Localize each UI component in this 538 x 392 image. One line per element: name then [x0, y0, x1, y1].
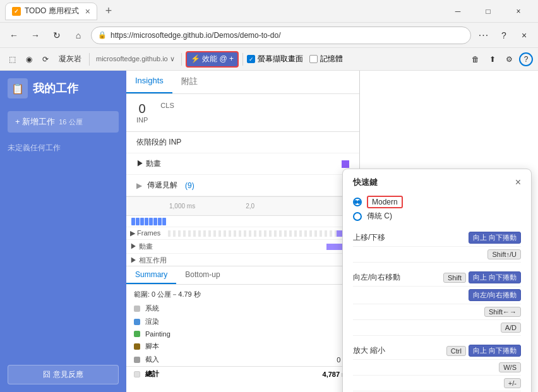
frames-label[interactable]: ▶ Frames: [130, 229, 160, 237]
screen-capture-checkbox[interactable]: ✓ 螢幕擷取畫面: [247, 54, 303, 64]
system-color: [134, 306, 140, 312]
summary-content: 範圍: 0 公厘－4.79 秒 系統 42 渲染 7 Painting: [126, 285, 359, 392]
insights-delegate-count: (9): [185, 181, 194, 190]
help-button[interactable]: ?: [519, 52, 533, 66]
summary-total: 總計 4,787 ms: [126, 366, 359, 381]
cls-label: CLS: [160, 102, 174, 109]
interactions-label[interactable]: ▶ 相互作用: [130, 256, 167, 265]
new-tab-button[interactable]: +: [100, 3, 117, 20]
shortcut-overlay: 快速鍵 × Modern 傳統 C) 上移/下移: [342, 169, 532, 392]
add-task-label: + 新增工作: [15, 116, 55, 128]
close-button[interactable]: ×: [504, 1, 533, 21]
insights-item-inp[interactable]: 依階段的 INP: [126, 132, 359, 153]
cls-metric: CLS: [160, 102, 174, 124]
kbd-ctrl: Ctrl: [446, 346, 466, 356]
kbd-scroll-updown: 向上 向下捲動: [469, 232, 521, 244]
shortcut-updown2: Shift↑/U: [353, 247, 521, 263]
home-button[interactable]: ⌂: [69, 27, 87, 44]
leftright-keys: Shift 向上 向下捲動: [443, 271, 521, 283]
toolbar-btn2[interactable]: ◉: [22, 51, 36, 68]
painting-color: [134, 331, 140, 337]
shortcut-updown: 上移/下移 向上 向下捲動: [353, 229, 521, 247]
refresh-button[interactable]: ↻: [48, 27, 66, 44]
tab-close-btn[interactable]: ×: [85, 6, 90, 16]
screen-capture-check: ✓: [247, 55, 255, 63]
kbd-ws: W/S: [499, 362, 521, 372]
toolbar-btn1[interactable]: ⬚: [5, 51, 20, 68]
maximize-button[interactable]: □: [474, 1, 503, 21]
toolbar-separator2: [181, 53, 182, 66]
add-task-button[interactable]: + 新增工作 16 公厘: [8, 111, 119, 133]
address-bar[interactable]: 🔒 https://microsoftedge.github.io/Demos/…: [91, 27, 471, 44]
memory-checkbox[interactable]: 記憶體: [309, 54, 343, 64]
summary-row-painting: Painting 7: [126, 328, 359, 340]
kbd-scroll-zoom: 向上 向下捲動: [469, 345, 521, 357]
settings-button[interactable]: ⚙: [502, 51, 517, 68]
traditional-radio[interactable]: [353, 212, 362, 221]
insights-item-animation[interactable]: ▶ 動畫: [126, 153, 359, 175]
insights-inp-label: 依階段的 INP: [136, 137, 181, 148]
inp-label: INP: [136, 116, 148, 124]
loading-color: [134, 357, 140, 363]
kbd-scroll-leftright: 向上 向下捲動: [469, 271, 521, 283]
toolbar-refresh[interactable]: ⟳: [39, 51, 52, 68]
ruler-2000ms: 2,0: [246, 203, 254, 210]
nav-close-button[interactable]: ×: [515, 27, 533, 44]
mode-traditional[interactable]: 傳統 C): [353, 211, 521, 222]
task-distance: 16 公厘: [59, 117, 82, 127]
screen-capture-label: 螢幕擷取畫面: [258, 54, 303, 64]
window-controls: ─ □ ×: [443, 1, 533, 21]
overlay-close-button[interactable]: ×: [515, 177, 521, 188]
system-label: 系統: [145, 304, 321, 313]
summary-row-script: 腳本 3: [126, 340, 359, 353]
summary-row-system: 系統 42: [126, 302, 359, 315]
updown-action: 上移/下移: [353, 232, 469, 243]
tab-area: ✓ TODO 應用程式 × +: [5, 3, 443, 20]
nav-more-button[interactable]: ···: [475, 27, 493, 44]
shortcut-zoom: 放大 縮小 Ctrl 向上 向下捲動: [353, 342, 521, 360]
active-tab[interactable]: ✓ TODO 應用程式 ×: [5, 3, 97, 20]
tab-bottomup[interactable]: Bottom-up: [176, 266, 229, 284]
performance-button[interactable]: ⚡ 效能 @ +: [186, 51, 239, 68]
render-color: [134, 319, 140, 325]
tab-insights[interactable]: Insights: [126, 71, 172, 93]
summary-area: Summary Bottom-up 範圍: 0 公厘－4.79 秒 系統 42 …: [126, 266, 359, 392]
memory-label: 記憶體: [320, 54, 343, 64]
kbd-leftright-scroll2: 向左/向右捲動: [469, 289, 521, 301]
mode-modern[interactable]: Modern: [353, 196, 521, 208]
toolbar-separator3: [242, 53, 243, 66]
insights-item-delegate[interactable]: ▶ 傳遞見解 (9): [126, 175, 359, 196]
animations-label[interactable]: ▶ 動畫: [130, 242, 153, 251]
nav-help-button[interactable]: ?: [495, 27, 513, 44]
overlay-header: 快速鍵 ×: [353, 177, 521, 188]
nav-right-buttons: ··· ? ×: [475, 27, 533, 44]
main-content: 📋 我的工作 + 新增工作 16 公厘 未定義任何工作 囧 意見反應 Insig…: [0, 71, 538, 392]
loading-label: 截入: [145, 355, 321, 364]
app-title: 我的工作: [33, 81, 78, 96]
no-tasks-label: 未定義任何工作: [0, 138, 126, 158]
browser-window: ✓ TODO 應用程式 × + ─ □ × ← → ↻ ⌂ 🔒 https://…: [0, 0, 538, 392]
inp-value: 0: [136, 102, 148, 116]
delete-button[interactable]: 🗑: [468, 51, 483, 68]
upload-button[interactable]: ⬆: [486, 51, 499, 68]
painting-label: Painting: [145, 330, 321, 338]
summary-row-render: 渲染 7: [126, 315, 359, 328]
insights-animation-label: ▶ 動畫: [136, 158, 161, 169]
lock-icon: 🔒: [98, 31, 107, 39]
insights-metrics: 0 INP CLS: [126, 94, 359, 132]
app-header: 📋 我的工作: [0, 71, 126, 106]
back-button[interactable]: ←: [5, 27, 23, 44]
zoom-keys: Ctrl 向上 向下捲動: [446, 345, 521, 357]
insights-delegate-label: 傳遞見解: [147, 180, 177, 191]
feedback-button[interactable]: 囧 意見反應: [8, 365, 119, 384]
url-text: https://microsoftedge.github.io/Demos/de…: [111, 31, 464, 40]
overlay-title: 快速鍵: [353, 177, 378, 188]
toolbar-separator: [89, 53, 90, 66]
modern-radio[interactable]: [353, 198, 362, 206]
kbd-ad: A/D: [501, 323, 521, 333]
tab-attach[interactable]: 附註: [172, 71, 206, 93]
forward-button[interactable]: →: [27, 27, 44, 44]
mode-options: Modern 傳統 C): [353, 196, 521, 222]
tab-summary[interactable]: Summary: [126, 266, 176, 284]
minimize-button[interactable]: ─: [443, 1, 472, 21]
